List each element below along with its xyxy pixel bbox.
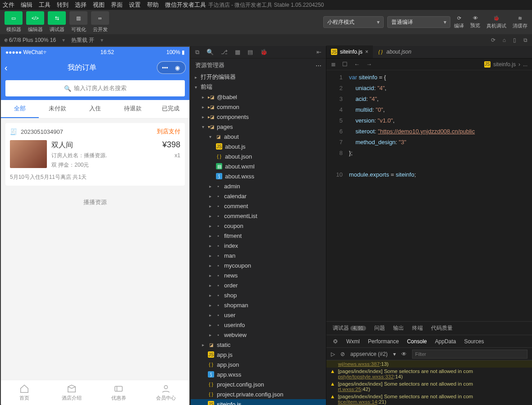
file-app-js[interactable]: JSapp.js	[191, 350, 326, 359]
visual-button[interactable]: ▥	[69, 11, 87, 25]
realdevice-icon[interactable]: 🐞	[493, 15, 500, 21]
console-filter-input[interactable]	[412, 350, 527, 359]
folder-static[interactable]: ▸◪static	[191, 340, 326, 350]
devtab-performance[interactable]: Performance	[368, 338, 399, 345]
menu-ui[interactable]: 界面	[111, 1, 123, 9]
section-open-editors[interactable]: ▸打开的编辑器	[191, 72, 326, 82]
menu-goto[interactable]: 转到	[57, 1, 69, 9]
paneltab-output[interactable]: 输出	[393, 324, 404, 332]
code-body[interactable]: var siteinfo = { uniacid: "4", acid: "4"…	[346, 70, 532, 321]
devtab-wxml[interactable]: Wxml	[346, 338, 360, 345]
folder-man[interactable]: ▸▪man	[191, 250, 326, 260]
folder-commentList[interactable]: ▸▪commentList	[191, 211, 326, 221]
cloud-button[interactable]: ∞	[91, 11, 109, 25]
editor-button[interactable]: </>	[26, 11, 44, 25]
breadcrumb[interactable]: JSsiteinfo.js›...	[484, 61, 527, 68]
bookmark-icon[interactable]: ☐	[342, 61, 348, 68]
file-about-json[interactable]: { }about.json	[191, 151, 326, 161]
console-play-icon[interactable]: ▷	[331, 351, 335, 357]
folder-webview[interactable]: ▸▪webview	[191, 330, 326, 340]
preview-icon[interactable]: 👁	[473, 15, 478, 21]
extensions-icon[interactable]: ▦	[235, 49, 240, 55]
file-app-json[interactable]: { }app.json	[191, 359, 326, 369]
search-icon[interactable]: 🔍	[206, 49, 214, 55]
detach-icon[interactable]: ⧉	[523, 37, 527, 43]
paneltab-terminal[interactable]: 终端	[412, 324, 423, 332]
folder-userinfo[interactable]: ▸▪userinfo	[191, 320, 326, 330]
file-about-wxss[interactable]: ⟆about.wxss	[191, 171, 326, 181]
paneltab-quality[interactable]: 代码质量	[431, 324, 453, 332]
folder-common[interactable]: ▸▸◪common	[191, 102, 326, 112]
file-about-js[interactable]: JSabout.js	[191, 141, 326, 151]
order-list[interactable]: 🧾 2023051034907 到店支付 双人间 ¥398 订房人姓	[1, 118, 189, 380]
tab-checkin[interactable]: 入住	[76, 100, 114, 118]
paneltab-debugger[interactable]: 调试器 4, 91	[333, 324, 366, 332]
folder-user[interactable]: ▸▪user	[191, 310, 326, 320]
compile-icon[interactable]: ⟳	[457, 15, 461, 21]
mode-select[interactable]: 小程序模式	[323, 16, 384, 28]
menu-settings[interactable]: 设置	[129, 1, 141, 9]
clearcache-icon[interactable]: ≋	[518, 15, 522, 21]
compile-select[interactable]: 普通编译	[387, 16, 450, 28]
console-output[interactable]: wj/news.wxss:387:13) ▲[pages/index/index…	[326, 360, 532, 405]
folder-comment[interactable]: ▸▪comment	[191, 201, 326, 211]
debug-icon[interactable]: 🐞	[260, 49, 267, 55]
file-about-wxml[interactable]: ▤about.wxml	[191, 161, 326, 171]
device-icon[interactable]: ▯	[513, 37, 516, 43]
files-icon[interactable]: ⧉	[195, 49, 199, 56]
menu-help[interactable]: 帮助	[147, 1, 159, 9]
explorer-more-icon[interactable]: ⋯	[316, 62, 321, 69]
back-icon[interactable]: ‹	[5, 63, 8, 73]
folder-shopman[interactable]: ▸▪shopman	[191, 300, 326, 310]
menu-wechat[interactable]: 微信开发者工具	[165, 1, 206, 9]
folder-fitment[interactable]: ▸▪fitment	[191, 231, 326, 241]
devtab-console[interactable]: Console	[407, 338, 427, 345]
menu-select[interactable]: 选择	[75, 1, 87, 9]
search-input[interactable]: 🔍 输入订房人姓名搜索	[5, 80, 185, 96]
folder-admin[interactable]: ▸▪admin	[191, 181, 326, 191]
tab-refund[interactable]: 待退款	[114, 100, 152, 118]
menu-file[interactable]: 文件	[3, 1, 14, 9]
devtab-appdata[interactable]: AppData	[435, 338, 456, 345]
tabbar-home[interactable]: 首页	[1, 380, 48, 405]
nav-back-icon[interactable]: ←	[354, 61, 360, 68]
capsule-close-icon[interactable]: ◉	[174, 64, 182, 72]
tab-all[interactable]: 全部	[1, 100, 39, 118]
folder-pages[interactable]: ▾▾◪pages	[191, 122, 326, 132]
folder-about[interactable]: ▾◪about	[191, 132, 326, 141]
folder-index[interactable]: ▸▪index	[191, 241, 326, 250]
tab-unpaid[interactable]: 未付款	[39, 100, 77, 118]
panel-collapse-icon[interactable]: ⇤	[316, 49, 321, 55]
tabbar-hotel[interactable]: 酒店介绍	[48, 380, 96, 405]
menu-edit[interactable]: 编辑	[21, 1, 32, 9]
layout-icon[interactable]: ▤	[248, 49, 253, 55]
tab-done[interactable]: 已完成	[151, 100, 189, 118]
menu-tool[interactable]: 工具	[39, 1, 50, 9]
folder-babel[interactable]: ▸▸◪@babel	[191, 92, 326, 102]
inspect-icon[interactable]: ⯐	[333, 338, 338, 345]
section-frontend[interactable]: ▾前端	[191, 82, 326, 92]
folder-calendar[interactable]: ▸▪calendar	[191, 191, 326, 201]
paneltab-problems[interactable]: 问题	[374, 324, 385, 332]
file-siteinfo-js[interactable]: JSsiteinfo.js	[191, 399, 326, 405]
folder-news[interactable]: ▸▪news	[191, 270, 326, 280]
simulator-button[interactable]: ▭	[5, 11, 23, 25]
tabbar-coupon[interactable]: 优惠券	[95, 380, 142, 405]
folder-components[interactable]: ▸▸◪components	[191, 112, 326, 122]
hotreload-toggle[interactable]: 热重载 开	[71, 36, 94, 44]
tabbar-member[interactable]: 会员中心	[142, 380, 190, 405]
menu-view[interactable]: 视图	[93, 1, 105, 9]
folder-order[interactable]: ▸▪order	[191, 280, 326, 290]
folder-mycoupon[interactable]: ▸▪mycoupon	[191, 260, 326, 270]
branch-icon[interactable]: ⎇	[221, 49, 228, 55]
home-icon[interactable]: ⌂	[503, 37, 506, 43]
nav-fwd-icon[interactable]: →	[366, 61, 372, 68]
devtab-sources[interactable]: Sources	[464, 338, 484, 345]
context-select[interactable]: appservice (#2)	[350, 351, 388, 357]
file-tree[interactable]: ▸打开的编辑器 ▾前端 ▸▸◪@babel ▸▸◪common ▸▸◪compo…	[191, 72, 326, 405]
refresh-icon[interactable]: ⟳	[491, 37, 495, 43]
order-card[interactable]: 🧾 2023051034907 到店支付 双人间 ¥398 订房人姓	[5, 123, 185, 186]
file-app-wxss[interactable]: ⟆app.wxss	[191, 369, 326, 379]
folder-coupon[interactable]: ▸▪coupon	[191, 221, 326, 231]
list-icon[interactable]: ≣	[331, 61, 336, 68]
